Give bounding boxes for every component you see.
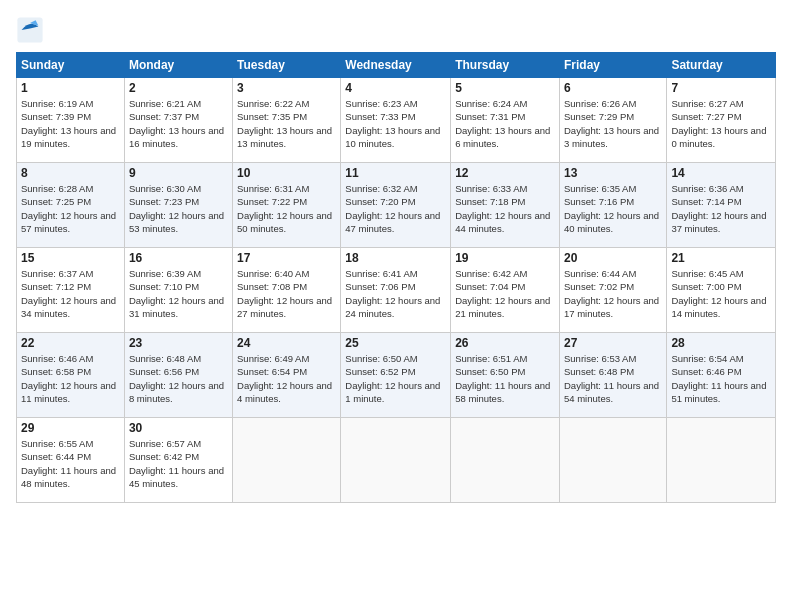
sunrise-label: Sunrise: 6:51 AM [455, 353, 527, 364]
day-number: 30 [129, 421, 228, 435]
weekday-header-friday: Friday [559, 53, 666, 78]
day-number: 11 [345, 166, 446, 180]
sunset-label: Sunset: 7:06 PM [345, 281, 415, 292]
day-number: 13 [564, 166, 662, 180]
sunset-label: Sunset: 6:50 PM [455, 366, 525, 377]
calendar-day-cell [559, 418, 666, 503]
sunset-label: Sunset: 7:02 PM [564, 281, 634, 292]
sunset-label: Sunset: 6:58 PM [21, 366, 91, 377]
day-number: 24 [237, 336, 336, 350]
sunset-label: Sunset: 6:44 PM [21, 451, 91, 462]
day-info: Sunrise: 6:41 AM Sunset: 7:06 PM Dayligh… [345, 267, 446, 320]
calendar-day-cell: 24 Sunrise: 6:49 AM Sunset: 6:54 PM Dayl… [233, 333, 341, 418]
daylight-label: Daylight: 11 hours and 51 minutes. [671, 380, 766, 404]
daylight-label: Daylight: 12 hours and 11 minutes. [21, 380, 116, 404]
day-info: Sunrise: 6:31 AM Sunset: 7:22 PM Dayligh… [237, 182, 336, 235]
day-info: Sunrise: 6:48 AM Sunset: 6:56 PM Dayligh… [129, 352, 228, 405]
daylight-label: Daylight: 12 hours and 50 minutes. [237, 210, 332, 234]
day-info: Sunrise: 6:53 AM Sunset: 6:48 PM Dayligh… [564, 352, 662, 405]
sunset-label: Sunset: 7:12 PM [21, 281, 91, 292]
day-number: 27 [564, 336, 662, 350]
day-info: Sunrise: 6:40 AM Sunset: 7:08 PM Dayligh… [237, 267, 336, 320]
weekday-header-sunday: Sunday [17, 53, 125, 78]
sunrise-label: Sunrise: 6:33 AM [455, 183, 527, 194]
day-number: 2 [129, 81, 228, 95]
calendar-day-cell: 13 Sunrise: 6:35 AM Sunset: 7:16 PM Dayl… [559, 163, 666, 248]
calendar-day-cell: 10 Sunrise: 6:31 AM Sunset: 7:22 PM Dayl… [233, 163, 341, 248]
calendar-table: SundayMondayTuesdayWednesdayThursdayFrid… [16, 52, 776, 503]
sunset-label: Sunset: 7:33 PM [345, 111, 415, 122]
daylight-label: Daylight: 12 hours and 17 minutes. [564, 295, 659, 319]
daylight-label: Daylight: 12 hours and 53 minutes. [129, 210, 224, 234]
day-info: Sunrise: 6:51 AM Sunset: 6:50 PM Dayligh… [455, 352, 555, 405]
day-info: Sunrise: 6:55 AM Sunset: 6:44 PM Dayligh… [21, 437, 120, 490]
daylight-label: Daylight: 13 hours and 19 minutes. [21, 125, 116, 149]
day-number: 14 [671, 166, 771, 180]
sunrise-label: Sunrise: 6:48 AM [129, 353, 201, 364]
calendar-day-cell [667, 418, 776, 503]
sunrise-label: Sunrise: 6:53 AM [564, 353, 636, 364]
day-number: 1 [21, 81, 120, 95]
sunrise-label: Sunrise: 6:54 AM [671, 353, 743, 364]
sunset-label: Sunset: 6:42 PM [129, 451, 199, 462]
daylight-label: Daylight: 11 hours and 48 minutes. [21, 465, 116, 489]
daylight-label: Daylight: 13 hours and 16 minutes. [129, 125, 224, 149]
day-info: Sunrise: 6:57 AM Sunset: 6:42 PM Dayligh… [129, 437, 228, 490]
daylight-label: Daylight: 12 hours and 31 minutes. [129, 295, 224, 319]
calendar-week-row: 29 Sunrise: 6:55 AM Sunset: 6:44 PM Dayl… [17, 418, 776, 503]
calendar-week-row: 8 Sunrise: 6:28 AM Sunset: 7:25 PM Dayli… [17, 163, 776, 248]
daylight-label: Daylight: 13 hours and 13 minutes. [237, 125, 332, 149]
sunset-label: Sunset: 7:10 PM [129, 281, 199, 292]
day-info: Sunrise: 6:30 AM Sunset: 7:23 PM Dayligh… [129, 182, 228, 235]
weekday-header-wednesday: Wednesday [341, 53, 451, 78]
calendar-day-cell: 16 Sunrise: 6:39 AM Sunset: 7:10 PM Dayl… [124, 248, 232, 333]
day-number: 20 [564, 251, 662, 265]
day-info: Sunrise: 6:35 AM Sunset: 7:16 PM Dayligh… [564, 182, 662, 235]
day-info: Sunrise: 6:37 AM Sunset: 7:12 PM Dayligh… [21, 267, 120, 320]
day-info: Sunrise: 6:42 AM Sunset: 7:04 PM Dayligh… [455, 267, 555, 320]
sunset-label: Sunset: 7:04 PM [455, 281, 525, 292]
sunrise-label: Sunrise: 6:40 AM [237, 268, 309, 279]
daylight-label: Daylight: 13 hours and 6 minutes. [455, 125, 550, 149]
sunrise-label: Sunrise: 6:44 AM [564, 268, 636, 279]
day-number: 9 [129, 166, 228, 180]
sunset-label: Sunset: 7:37 PM [129, 111, 199, 122]
sunset-label: Sunset: 7:14 PM [671, 196, 741, 207]
sunset-label: Sunset: 7:27 PM [671, 111, 741, 122]
weekday-header-saturday: Saturday [667, 53, 776, 78]
sunset-label: Sunset: 7:00 PM [671, 281, 741, 292]
day-number: 23 [129, 336, 228, 350]
day-number: 17 [237, 251, 336, 265]
day-info: Sunrise: 6:33 AM Sunset: 7:18 PM Dayligh… [455, 182, 555, 235]
calendar-week-row: 22 Sunrise: 6:46 AM Sunset: 6:58 PM Dayl… [17, 333, 776, 418]
calendar-day-cell: 3 Sunrise: 6:22 AM Sunset: 7:35 PM Dayli… [233, 78, 341, 163]
day-info: Sunrise: 6:23 AM Sunset: 7:33 PM Dayligh… [345, 97, 446, 150]
day-info: Sunrise: 6:24 AM Sunset: 7:31 PM Dayligh… [455, 97, 555, 150]
day-info: Sunrise: 6:21 AM Sunset: 7:37 PM Dayligh… [129, 97, 228, 150]
day-number: 6 [564, 81, 662, 95]
sunrise-label: Sunrise: 6:26 AM [564, 98, 636, 109]
sunrise-label: Sunrise: 6:23 AM [345, 98, 417, 109]
daylight-label: Daylight: 12 hours and 57 minutes. [21, 210, 116, 234]
sunrise-label: Sunrise: 6:32 AM [345, 183, 417, 194]
calendar-day-cell: 4 Sunrise: 6:23 AM Sunset: 7:33 PM Dayli… [341, 78, 451, 163]
calendar-day-cell: 8 Sunrise: 6:28 AM Sunset: 7:25 PM Dayli… [17, 163, 125, 248]
sunrise-label: Sunrise: 6:49 AM [237, 353, 309, 364]
day-number: 4 [345, 81, 446, 95]
weekday-header-row: SundayMondayTuesdayWednesdayThursdayFrid… [17, 53, 776, 78]
sunset-label: Sunset: 7:39 PM [21, 111, 91, 122]
calendar-container: SundayMondayTuesdayWednesdayThursdayFrid… [0, 0, 792, 612]
daylight-label: Daylight: 13 hours and 0 minutes. [671, 125, 766, 149]
daylight-label: Daylight: 12 hours and 14 minutes. [671, 295, 766, 319]
day-number: 12 [455, 166, 555, 180]
day-info: Sunrise: 6:39 AM Sunset: 7:10 PM Dayligh… [129, 267, 228, 320]
calendar-day-cell [233, 418, 341, 503]
svg-rect-0 [17, 17, 42, 42]
sunrise-label: Sunrise: 6:21 AM [129, 98, 201, 109]
day-number: 8 [21, 166, 120, 180]
daylight-label: Daylight: 13 hours and 3 minutes. [564, 125, 659, 149]
calendar-day-cell: 2 Sunrise: 6:21 AM Sunset: 7:37 PM Dayli… [124, 78, 232, 163]
day-info: Sunrise: 6:45 AM Sunset: 7:00 PM Dayligh… [671, 267, 771, 320]
daylight-label: Daylight: 12 hours and 44 minutes. [455, 210, 550, 234]
calendar-day-cell: 6 Sunrise: 6:26 AM Sunset: 7:29 PM Dayli… [559, 78, 666, 163]
